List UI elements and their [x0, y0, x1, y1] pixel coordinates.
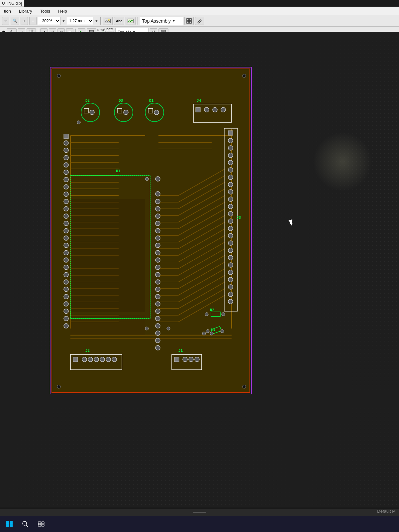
top-assembly-label: Top Assembly: [142, 18, 171, 24]
svg-point-174: [228, 153, 233, 158]
svg-point-219: [202, 332, 206, 335]
svg-rect-111: [117, 108, 122, 113]
svg-point-149: [155, 192, 160, 196]
svg-line-230: [26, 525, 28, 527]
svg-line-71: [178, 196, 225, 222]
svg-line-95: [178, 275, 225, 302]
taskbar: Default M: [0, 516, 399, 532]
drc2-label: DRC: [106, 28, 113, 31]
svg-point-221: [57, 74, 60, 77]
svg-rect-104: [70, 199, 145, 312]
svg-point-169: [155, 338, 160, 343]
svg-point-131: [64, 206, 68, 211]
zoom-out-button[interactable]: −: [29, 17, 37, 25]
svg-point-140: [64, 272, 68, 277]
svg-point-120: [221, 107, 226, 112]
drc-label: DRC/: [97, 28, 105, 32]
search-taskbar-button[interactable]: [19, 517, 32, 531]
svg-point-220: [210, 332, 213, 335]
menu-tools[interactable]: Tools: [39, 8, 51, 14]
chevron-down-icon: ▼: [172, 19, 175, 23]
image-button[interactable]: [103, 17, 113, 25]
svg-line-85: [178, 242, 225, 269]
zoom-fit-button[interactable]: 🔍: [11, 17, 19, 25]
svg-point-207: [100, 357, 105, 362]
svg-line-99: [178, 289, 225, 315]
svg-point-115: [154, 110, 159, 115]
svg-point-147: [64, 324, 68, 328]
svg-rect-211: [174, 357, 179, 362]
zoom-in-button[interactable]: +: [21, 17, 28, 25]
svg-point-180: [228, 197, 233, 201]
svg-point-188: [228, 255, 233, 260]
label-j3: J3: [237, 215, 241, 220]
svg-point-119: [213, 107, 217, 112]
pcb-canvas[interactable]: D2 D3 D1 J4 U1 J2 J1 R2 J3 J3: [0, 32, 399, 507]
svg-point-181: [228, 204, 233, 209]
svg-rect-25: [162, 31, 162, 32]
svg-rect-227: [6, 524, 9, 527]
svg-point-153: [155, 221, 160, 226]
svg-point-179: [228, 190, 233, 194]
status-bar: [0, 509, 399, 516]
svg-point-152: [155, 214, 160, 218]
svg-rect-26: [163, 31, 163, 32]
svg-rect-171: [228, 131, 233, 135]
svg-point-208: [106, 357, 111, 362]
svg-point-204: [82, 357, 87, 362]
svg-point-217: [145, 327, 149, 330]
edit-button[interactable]: [195, 17, 204, 25]
svg-point-112: [124, 110, 128, 115]
svg-point-168: [155, 331, 160, 335]
menu-tion[interactable]: tion: [3, 8, 12, 14]
svg-point-163: [155, 294, 160, 299]
svg-point-223: [57, 385, 60, 388]
taskview-button[interactable]: [35, 517, 48, 531]
svg-point-134: [64, 228, 68, 233]
grid-select[interactable]: 1.27 mm: [67, 17, 93, 25]
svg-line-89: [178, 255, 225, 282]
svg-point-178: [228, 182, 233, 187]
picture-button[interactable]: [126, 17, 136, 25]
windows-start-button[interactable]: [3, 517, 16, 531]
svg-rect-202: [70, 354, 122, 370]
svg-point-154: [155, 228, 160, 233]
svg-point-130: [64, 199, 68, 204]
svg-point-159: [155, 265, 160, 270]
label-d3: D3: [119, 98, 123, 103]
title-text: UTING.dip]: [2, 1, 22, 6]
menu-library[interactable]: Library: [18, 8, 34, 14]
menubar: tion Library Tools Help: [0, 7, 399, 16]
svg-rect-225: [6, 521, 9, 524]
svg-point-175: [228, 160, 233, 165]
svg-point-189: [228, 263, 233, 267]
svg-point-135: [64, 236, 68, 240]
svg-line-93: [178, 269, 225, 295]
svg-line-87: [178, 249, 225, 275]
svg-point-122: [64, 141, 68, 145]
svg-line-83: [178, 235, 225, 262]
label-j1: J1: [178, 348, 183, 353]
grid-view-button[interactable]: [184, 17, 194, 25]
svg-line-75: [178, 209, 225, 235]
svg-rect-4: [189, 19, 191, 21]
zoom-select[interactable]: 302%: [38, 17, 60, 25]
svg-point-150: [155, 199, 160, 204]
abc-button[interactable]: Abc: [114, 17, 124, 25]
svg-point-194: [228, 299, 233, 304]
svg-point-138: [64, 258, 68, 262]
svg-point-170: [155, 345, 160, 350]
svg-point-1: [108, 19, 110, 21]
svg-point-125: [64, 163, 68, 167]
svg-rect-117: [196, 107, 200, 112]
svg-line-81: [178, 229, 225, 255]
undo-button[interactable]: ↩: [2, 17, 9, 25]
svg-point-132: [64, 214, 68, 218]
svg-rect-121: [64, 134, 68, 139]
svg-point-182: [228, 211, 233, 216]
top-assembly-dropdown[interactable]: Top Assembly ▼: [140, 17, 183, 25]
svg-line-79: [178, 222, 225, 249]
default-m-label: Default M: [377, 509, 396, 514]
pcb-board[interactable]: D2 D3 D1 J4 U1 J2 J1 R2 J3 J3: [51, 68, 250, 393]
menu-help[interactable]: Help: [57, 8, 68, 14]
